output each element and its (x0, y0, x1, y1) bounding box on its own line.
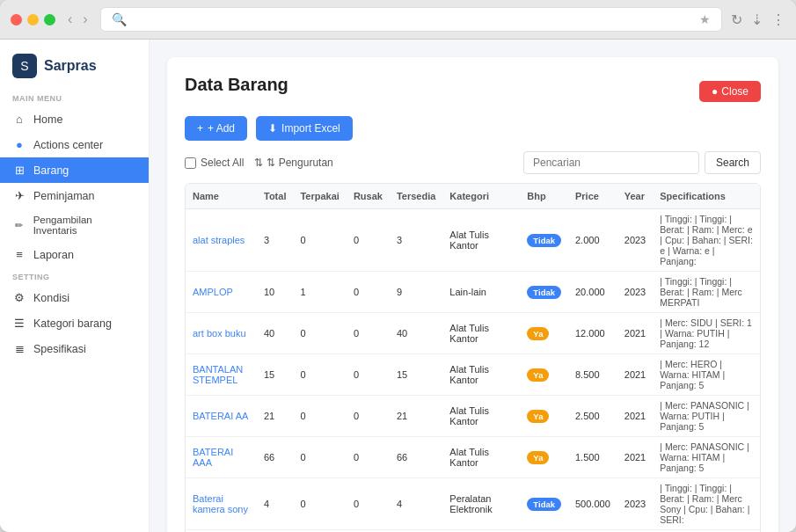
sidebar-item-kategori[interactable]: ☰ Kategori barang (0, 310, 149, 336)
table-row: alat straples 3 0 0 3 Alat Tulis Kantor … (186, 209, 760, 272)
reload-icon[interactable]: ↻ (731, 11, 742, 28)
cell-terpakai: 1 (293, 272, 346, 313)
back-button[interactable]: ‹ (64, 10, 76, 29)
logo-icon: S (12, 54, 37, 78)
cell-terpakai: 0 (293, 354, 346, 396)
page-title: Data Barang (185, 75, 288, 95)
kategori-icon: ☰ (12, 317, 26, 330)
cell-terpakai: 0 (293, 437, 346, 478)
cell-spec: | Tinggi: | Tinggi: | Berat: | Ram: | Me… (653, 272, 760, 313)
spec-text: | Merc: HERO | Warna: HITAM | Panjang: 5 (660, 359, 725, 390)
cell-year: 2021 (617, 313, 653, 354)
cell-tersedia: 3 (390, 209, 442, 272)
table-row: Baterai kamera sony 4 0 0 4 Peralatan El… (186, 478, 760, 530)
row-name-link[interactable]: AMPLOP (193, 287, 233, 297)
address-input[interactable] (134, 13, 692, 26)
bookmark-icon[interactable]: ★ (699, 12, 711, 26)
col-terpakai: Terpakai (293, 184, 346, 209)
import-label: Import Excel (281, 122, 340, 135)
select-all-checkbox[interactable]: Select All (185, 157, 244, 169)
search-input[interactable] (523, 151, 699, 174)
cell-rusak: 0 (347, 437, 390, 478)
forward-button[interactable]: › (79, 10, 91, 29)
data-table: Name Total Terpakai Rusak Tersedia Kateg… (185, 183, 761, 532)
cell-year: 2023 (617, 478, 653, 530)
toolbar: + + Add ⬇ Import Excel (185, 116, 761, 141)
cell-total: 3 (257, 209, 293, 272)
cell-total: 40 (257, 313, 293, 354)
sidebar-label-pengambilan: Pengambilan Inventaris (33, 215, 136, 236)
search-btn-label: Search (716, 157, 749, 169)
cell-price: 2.000 (568, 209, 617, 272)
cell-bhp: Ya (520, 437, 568, 478)
cell-rusak: 0 (347, 478, 390, 530)
cell-kategori: Lain-lain (442, 272, 520, 313)
sidebar-item-laporan[interactable]: ≡ Laporan (0, 242, 149, 267)
menu-icon[interactable]: ⋮ (771, 11, 785, 28)
cell-year: 2023 (617, 272, 653, 313)
cell-bhp: Tidak (520, 478, 568, 530)
cell-name: BATERAI AAA (186, 437, 257, 478)
close-traffic-light[interactable] (11, 14, 22, 26)
cell-spec: | Tinggi: | Tinggi: | Berat: | Ram: | Me… (653, 478, 760, 530)
laporan-icon: ≡ (12, 248, 26, 261)
row-name-link[interactable]: BATERAI AAA (193, 447, 233, 468)
add-icon: + (197, 122, 203, 135)
setting-label: SETTING (0, 267, 149, 285)
cell-price: 12.000 (568, 313, 617, 354)
cell-rusak: 0 (347, 272, 390, 313)
download-icon[interactable]: ⇣ (751, 11, 763, 28)
minimize-traffic-light[interactable] (27, 14, 39, 26)
table-row: BATERAI AA 21 0 0 21 Alat Tulis Kantor Y… (186, 396, 760, 437)
bhp-badge: Ya (527, 327, 549, 340)
sidebar-label-laporan: Laporan (33, 249, 74, 261)
cell-bhp: Ya (520, 354, 568, 396)
select-all-label: Select All (201, 157, 244, 169)
logo-text: Sarpras (44, 58, 97, 74)
spec-text: | Merc: PANASONIC | Warna: PUTIH | Panja… (660, 400, 749, 432)
sidebar-item-home[interactable]: ⌂ Home (0, 106, 149, 132)
cell-name: alat straples (186, 209, 257, 272)
cell-tersedia: 21 (390, 396, 442, 437)
address-bar: 🔍 ★ (100, 7, 722, 32)
col-specifications: Specifications (653, 184, 760, 209)
sort-button[interactable]: ⇅ ⇅ Pengurutan (254, 157, 332, 169)
cell-price: 8.500 (568, 354, 617, 396)
close-button[interactable]: ● Close (699, 81, 761, 102)
cell-terpakai: 0 (293, 478, 346, 530)
filter-bar: Select All ⇅ ⇅ Pengurutan Search (185, 151, 761, 174)
cell-price: 1.500 (568, 437, 617, 478)
bhp-badge: Tidak (527, 498, 561, 511)
cell-name: Baterai kamera sony (186, 478, 257, 530)
cell-terpakai: 0 (293, 313, 346, 354)
row-name-link[interactable]: BANTALAN STEMPEL (193, 364, 243, 385)
cell-name: BANTALAN STEMPEL (186, 354, 257, 396)
cell-rusak: 0 (347, 396, 390, 437)
row-name-link[interactable]: Baterai kamera sony (193, 493, 248, 514)
spec-text: | Merc: PANASONIC | Warna: HITAM | Panja… (660, 441, 749, 473)
cell-bhp: Tidak (520, 272, 568, 313)
cell-tersedia: 40 (390, 313, 442, 354)
cell-tersedia: 9 (390, 272, 442, 313)
sidebar-item-kondisi[interactable]: ⚙ Kondisi (0, 285, 149, 310)
cell-year: 2021 (617, 396, 653, 437)
sidebar-item-actions[interactable]: ● Actions center (0, 132, 149, 157)
peminjaman-icon: ✈ (12, 189, 26, 202)
row-name-link[interactable]: alat straples (193, 235, 245, 245)
import-button[interactable]: ⬇ Import Excel (256, 116, 353, 141)
sidebar-item-barang[interactable]: ⊞ Barang (0, 157, 149, 183)
search-button[interactable]: Search (705, 151, 761, 174)
row-name-link[interactable]: art box buku (193, 328, 246, 339)
maximize-traffic-light[interactable] (44, 14, 55, 26)
row-name-link[interactable]: BATERAI AA (193, 411, 248, 421)
cell-terpakai: 0 (293, 396, 346, 437)
sidebar-item-pengambilan[interactable]: ✏ Pengambilan Inventaris (0, 208, 149, 242)
sidebar-item-spesifikasi[interactable]: ≣ Spesifikasi (0, 336, 149, 361)
spec-text: | Tinggi: | Tinggi: | Berat: | Ram: | Me… (660, 276, 742, 308)
add-button[interactable]: + + Add (185, 116, 247, 141)
select-all-input[interactable] (185, 157, 196, 169)
cell-spec: | Merc: PANASONIC | Warna: HITAM | Panja… (653, 437, 760, 478)
cell-kategori: Alat Tulis Kantor (442, 437, 520, 478)
cell-bhp: Ya (520, 396, 568, 437)
sidebar-item-peminjaman[interactable]: ✈ Peminjaman (0, 183, 149, 208)
